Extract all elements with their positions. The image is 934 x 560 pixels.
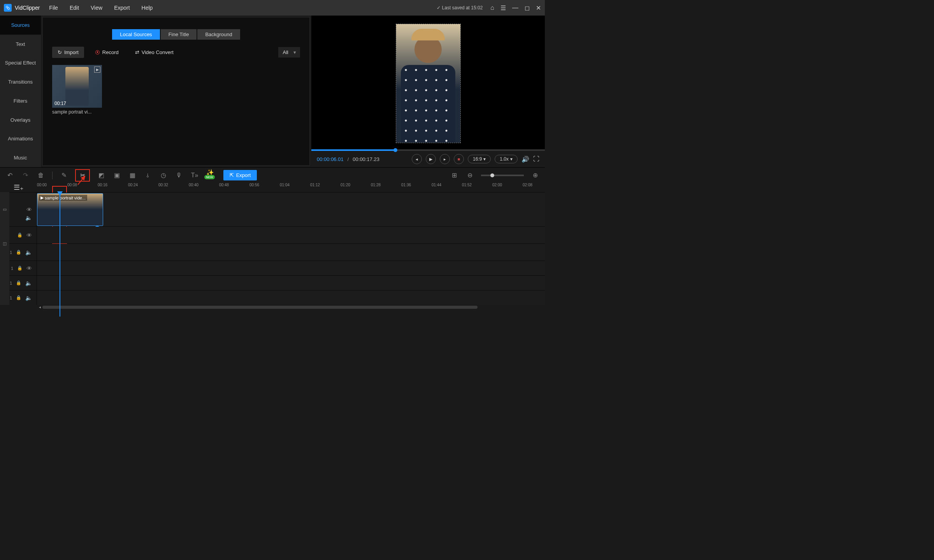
source-panel: Local Sources Fine Title Background ↻ Im… [42, 17, 310, 166]
timeline-clip[interactable]: ▶sample portrait vide... [37, 193, 103, 226]
video-convert-button[interactable]: ⇄ Video Convert [130, 47, 179, 58]
lock-icon[interactable]: 🔒 [17, 266, 23, 271]
overlay-track-2[interactable]: 1 🔒 🔈 [0, 243, 545, 261]
video-track[interactable]: 👁 🔈 ▶sample portrait vide... ✂ [0, 192, 545, 226]
export-button[interactable]: ⇱ Export [223, 170, 257, 180]
timeline-scrollbar[interactable]: ◂ [0, 305, 545, 310]
ruler-mark: 02:00 [492, 183, 523, 192]
mute-icon[interactable]: 🔈 [25, 249, 32, 256]
redo-icon[interactable]: ↷ [21, 171, 30, 180]
track-number: 1 [10, 250, 12, 255]
menu-view[interactable]: View [91, 5, 102, 11]
import-icon: ↻ [58, 49, 62, 55]
chevron-down-icon: ▾ [510, 156, 513, 162]
maximize-icon[interactable]: ◻ [525, 4, 530, 12]
media-item[interactable]: 00:17 ▶ sample portrait vi... [52, 65, 102, 115]
mute-icon[interactable]: 🔈 [25, 215, 32, 221]
import-label: Import [64, 49, 79, 55]
ruler-mark: 01:12 [310, 183, 341, 192]
export-icon: ⇱ [230, 172, 234, 178]
overlay-track[interactable]: 🔒 👁 [0, 226, 545, 243]
menu-help[interactable]: Help [142, 5, 153, 11]
preview-frame[interactable] [396, 24, 460, 143]
lock-icon[interactable]: 🔒 [16, 280, 21, 285]
volume-icon[interactable]: 🔊 [521, 156, 529, 163]
close-icon[interactable]: ✕ [536, 4, 541, 12]
prev-frame-button[interactable]: ◂ [412, 154, 422, 164]
edit-icon[interactable]: ✎ [60, 171, 68, 180]
play-icon: ▶ [40, 195, 44, 200]
playhead[interactable] [60, 192, 60, 317]
sidebar-item-animations[interactable]: Animations [0, 130, 41, 149]
split-icon[interactable]: ✂ [75, 169, 90, 182]
sidebar-item-music[interactable]: Music [0, 148, 41, 167]
timecode-total: 00:00:17.23 [353, 156, 379, 162]
lock-icon[interactable]: 🔒 [17, 233, 23, 238]
lock-icon[interactable]: 🔒 [16, 295, 21, 300]
menu-file[interactable]: File [49, 5, 58, 11]
duration-icon[interactable]: ◷ [159, 171, 168, 180]
aspect-value: 16:9 [473, 156, 482, 162]
mute-icon[interactable]: 🔈 [25, 295, 32, 301]
marquee-icon[interactable]: ▣ [112, 171, 121, 180]
media-filter-select[interactable]: All [278, 47, 300, 58]
delete-icon[interactable]: 🗑 [37, 171, 45, 180]
home-icon[interactable]: ⌂ [490, 4, 494, 11]
sidebar-item-filters[interactable]: Filters [0, 91, 41, 110]
menu-export[interactable]: Export [114, 5, 130, 11]
record-icon: ⦿ [95, 49, 100, 55]
ruler-mark: 01:36 [401, 183, 432, 192]
text-track[interactable]: T1🔒👁 [0, 261, 545, 275]
sidebar-item-special-effect[interactable]: Special Effect [0, 54, 41, 73]
timeline-ruler[interactable]: ☰₊ 00:00 00:08 00:16 00:24 00:32 00:40 0… [0, 183, 545, 192]
ruler-mark: 00:40 [189, 183, 219, 192]
subtab-background[interactable]: Background [197, 29, 240, 40]
eye-icon[interactable]: 👁 [26, 265, 32, 271]
play-button[interactable]: ▶ [426, 154, 436, 164]
zoom-out-icon[interactable]: ⊖ [465, 171, 474, 180]
subtab-local-sources[interactable]: Local Sources [112, 29, 160, 40]
track-number: 1 [10, 296, 12, 300]
app-logo [4, 4, 12, 12]
preview-viewport[interactable] [311, 16, 545, 151]
crop-icon[interactable]: ◩ [97, 171, 105, 180]
playback-speed-select[interactable]: 1.0x▾ [495, 155, 518, 163]
voice-track[interactable]: 🎙1🔒🔈 [0, 290, 545, 305]
preview-progress[interactable] [311, 149, 545, 151]
tts-icon[interactable]: T» [190, 171, 199, 180]
sidebar-item-overlays[interactable]: Overlays [0, 110, 41, 130]
minimize-icon[interactable]: — [512, 4, 518, 11]
subtab-fine-title[interactable]: Fine Title [161, 29, 197, 40]
add-track-icon[interactable]: ☰₊ [0, 183, 37, 192]
check-icon: ✓ [437, 5, 441, 10]
eye-icon[interactable]: 👁 [26, 232, 32, 238]
zoom-in-icon[interactable]: ⊕ [531, 171, 539, 180]
new-badge: NEW [204, 175, 215, 179]
stop-button[interactable]: ■ [454, 154, 464, 164]
chevron-down-icon: ▾ [483, 156, 486, 162]
mute-icon[interactable]: 🔈 [25, 280, 32, 286]
fit-icon[interactable]: ⊞ [450, 171, 458, 180]
stats-icon[interactable]: ⫰ [144, 171, 152, 180]
menu-edit[interactable]: Edit [70, 5, 79, 11]
hamburger-icon[interactable]: ☰ [500, 4, 506, 12]
mask-icon[interactable]: ▦ [128, 171, 137, 180]
convert-icon: ⇄ [135, 49, 139, 55]
zoom-slider[interactable] [481, 175, 524, 176]
fullscreen-icon[interactable]: ⛶ [533, 156, 539, 163]
lock-icon[interactable]: 🔒 [16, 250, 21, 255]
ruler-mark: 01:28 [371, 183, 401, 192]
sidebar-item-text[interactable]: Text [0, 35, 41, 54]
music-track[interactable]: ♫1🔒🔈 [0, 275, 545, 290]
app-title: VidClipper [15, 5, 40, 11]
record-button[interactable]: ⦿ Record [90, 47, 124, 58]
voiceover-icon[interactable]: 🎙 [175, 171, 183, 180]
sidebar-item-sources[interactable]: Sources [0, 16, 41, 35]
undo-icon[interactable]: ↶ [5, 171, 14, 180]
ruler-mark: 00:32 [158, 183, 189, 192]
aspect-ratio-select[interactable]: 16:9▾ [468, 155, 491, 163]
next-frame-button[interactable]: ▸ [440, 154, 450, 164]
sidebar-item-transitions[interactable]: Transitions [0, 72, 41, 91]
import-button[interactable]: ↻ Import [52, 47, 84, 58]
last-saved: ✓ Last saved at 15:02 [437, 5, 483, 10]
